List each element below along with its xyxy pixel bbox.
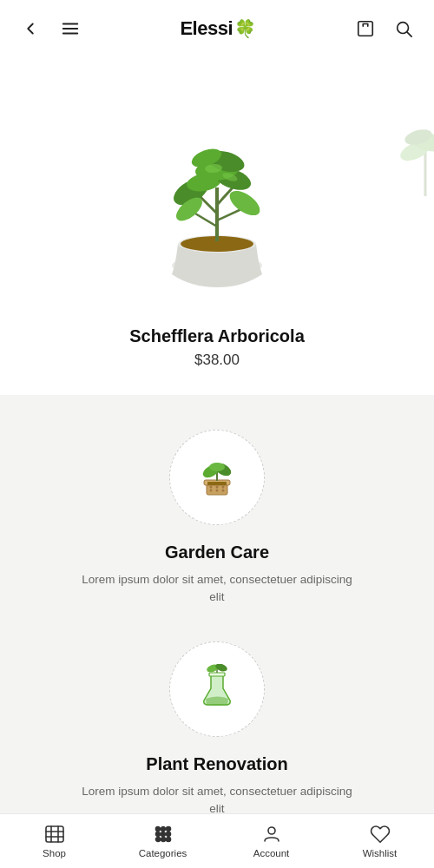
svg-point-57	[161, 838, 165, 842]
menu-button[interactable]	[57, 16, 83, 42]
wishlist-icon	[370, 824, 391, 845]
nav-item-shop[interactable]: Shop	[0, 814, 108, 868]
svg-point-54	[161, 832, 165, 837]
product-image-container	[0, 75, 434, 318]
svg-point-59	[268, 827, 275, 834]
svg-line-10	[200, 196, 217, 214]
product-name: Schefflera Arboricola	[0, 326, 434, 346]
plant-renovation-icon	[192, 664, 242, 714]
svg-rect-41	[209, 673, 225, 676]
svg-line-13	[217, 209, 241, 220]
nav-wishlist-label: Wishlist	[363, 848, 398, 858]
account-icon	[261, 824, 282, 845]
nav-item-wishlist[interactable]: Wishlist	[326, 814, 434, 868]
svg-point-50	[155, 827, 160, 832]
svg-point-38	[210, 490, 213, 492]
product-section: Schefflera Arboricola $38.00	[0, 57, 434, 395]
svg-point-35	[210, 486, 213, 489]
categories-icon	[153, 824, 174, 845]
garden-care-icon-circle	[169, 430, 265, 525]
nav-item-categories[interactable]: Categories	[108, 814, 217, 868]
search-button[interactable]	[391, 16, 417, 42]
logo-clover: 🍀	[234, 18, 256, 39]
plant-renovation-title: Plant Renovation	[146, 754, 287, 774]
product-image	[130, 92, 304, 300]
logo-text: Elessi	[180, 17, 233, 40]
svg-line-5	[407, 32, 411, 36]
svg-line-12	[195, 214, 217, 227]
svg-point-39	[216, 490, 219, 492]
garden-care-icon	[192, 452, 242, 503]
svg-point-40	[222, 490, 225, 492]
garden-care-title: Garden Care	[165, 542, 269, 562]
svg-point-51	[161, 827, 165, 832]
partial-product	[391, 101, 434, 226]
bottom-nav: Shop Categories Account Wishlist	[0, 813, 434, 868]
svg-rect-30	[207, 482, 227, 485]
svg-point-36	[216, 486, 219, 489]
plant-renovation-icon-circle	[169, 641, 265, 737]
nav-shop-label: Shop	[43, 848, 66, 858]
services-section: Garden Care Lorem ipsum dolor sit amet, …	[0, 395, 434, 868]
svg-rect-45	[46, 826, 63, 842]
nav-account-label: Account	[253, 848, 290, 858]
header-left	[17, 16, 83, 42]
svg-point-37	[222, 486, 225, 489]
service-card-plant-renovation: Plant Renovation Lorem ipsum dolor sit a…	[17, 641, 417, 819]
svg-point-52	[166, 827, 170, 832]
plant-renovation-desc: Lorem ipsum dolor sit amet, consectetuer…	[78, 783, 356, 819]
service-card-garden-care: Garden Care Lorem ipsum dolor sit amet, …	[17, 430, 417, 607]
nav-categories-label: Categories	[139, 848, 187, 858]
shop-icon	[44, 824, 65, 845]
svg-point-56	[155, 838, 160, 842]
garden-care-desc: Lorem ipsum dolor sit amet, consectetuer…	[78, 571, 356, 607]
app-logo: Elessi🍀	[180, 17, 255, 40]
back-button[interactable]	[17, 16, 43, 42]
nav-item-account[interactable]: Account	[217, 814, 326, 868]
cart-button[interactable]	[352, 16, 378, 42]
product-price: $38.00	[0, 352, 434, 369]
svg-point-58	[166, 838, 170, 842]
header-right	[352, 16, 417, 42]
svg-point-55	[166, 832, 170, 837]
svg-point-19	[226, 186, 264, 220]
app-header: Elessi🍀	[0, 0, 434, 57]
svg-point-53	[155, 832, 160, 837]
svg-point-34	[209, 463, 225, 471]
